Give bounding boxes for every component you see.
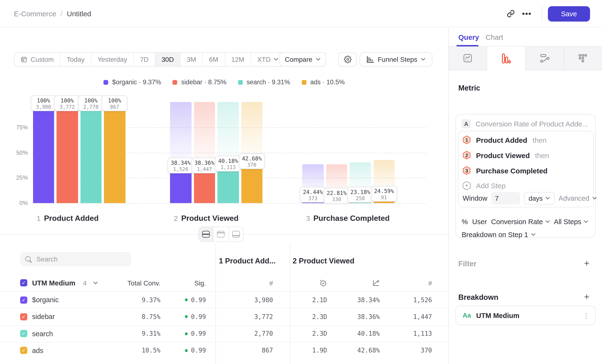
row-checkbox[interactable]: ✓ [20, 296, 27, 303]
date-range-yesterday[interactable]: Yesterday [91, 53, 134, 66]
date-range-7d[interactable]: 7D [134, 53, 155, 66]
row-checkbox[interactable]: ✓ [20, 347, 27, 354]
y-axis-tick: 75% [11, 124, 28, 131]
add-breakdown-button[interactable]: + [582, 292, 591, 302]
compare-button[interactable]: Compare [279, 52, 326, 67]
legend-item[interactable]: search · 9.31% [238, 79, 290, 86]
funnel-bar[interactable] [80, 102, 102, 203]
row-name-cell: ✓search [20, 330, 106, 337]
bar-value-label: 38.34%1,526 [168, 158, 194, 173]
sig-value: 0.99 [191, 347, 206, 354]
add-filter-button[interactable]: + [582, 259, 591, 268]
window-unit-select[interactable]: days [524, 192, 555, 204]
search-input[interactable] [36, 255, 118, 263]
total-conv-value: 9.31% [106, 330, 161, 337]
legend-item[interactable]: sidebar · 8.75% [173, 79, 226, 86]
view-toggle-chart-only[interactable] [214, 227, 229, 241]
add-step-button[interactable]: + Add Step [463, 180, 505, 191]
chart-type-selector[interactable]: Funnel Steps [360, 52, 432, 67]
tab-flows[interactable] [526, 46, 564, 70]
view-toggle-split[interactable] [199, 227, 214, 241]
measure-scope-dropdown[interactable]: All Steps [554, 218, 588, 225]
sig-status-dot [185, 315, 187, 318]
table-row[interactable]: ✓sidebar8.75%0.993,7722.3D38.36%1,447 [0, 308, 448, 325]
date-range-label: 6M [209, 55, 218, 63]
legend-item[interactable]: $organic · 9.37% [104, 79, 161, 86]
chevron-down-icon[interactable] [93, 281, 98, 284]
breakdown-item[interactable]: Aa UTM Medium ⋮ [455, 306, 596, 325]
bar-count: 3,772 [55, 104, 80, 110]
funnel-bar[interactable] [56, 102, 78, 203]
tab-chart[interactable]: Chart [486, 27, 503, 46]
tab-funnel-bars[interactable] [487, 46, 526, 70]
bar-count: 3,980 [31, 104, 56, 110]
chart-settings-button[interactable] [338, 52, 357, 67]
breakdown-table: 1 Product Add... 2 Product Viewed ✓ UTM … [0, 234, 448, 364]
bar-value-label: 24.44%373 [300, 187, 326, 203]
measure-prefix: % [462, 218, 468, 225]
funnel-bar[interactable] [104, 102, 125, 203]
step-number: 1 [463, 136, 471, 144]
chevron-down-icon [584, 220, 588, 223]
bar-value-label: 40.18%1,113 [215, 156, 241, 172]
date-range-30d[interactable]: 30D [155, 53, 181, 66]
funnel-step-label: 2Product Viewed [174, 214, 238, 223]
metric-title-row[interactable]: A Conversion Rate of Product Adde... [462, 119, 591, 128]
measure-metric-dropdown[interactable]: Conversion Rate [491, 218, 549, 225]
table-header-row: ✓ UTM Medium 4 Total Conv. Sig. # # [0, 274, 448, 291]
breakdown-heading: Breakdown [458, 293, 498, 302]
more-options-button[interactable]: ••• [519, 6, 535, 22]
window-value-input[interactable] [491, 192, 520, 204]
step-name: Product Viewed [181, 214, 238, 223]
legend-item[interactable]: ads · 10.5% [301, 79, 344, 86]
step-number: 3 [463, 166, 471, 175]
bar-count: 867 [102, 104, 127, 110]
view-toggle-table-only[interactable] [229, 227, 243, 241]
row-checkbox[interactable]: ✓ [20, 330, 27, 337]
funnel-bar[interactable] [33, 102, 54, 203]
connector-label: then [533, 136, 547, 144]
bar-value-label: 100%2,770 [78, 95, 104, 111]
chevron-down-icon [316, 58, 321, 61]
table-row[interactable]: ✓ads10.5%0.998671.9D42.68%370 [0, 342, 448, 359]
legend-swatch [301, 80, 306, 85]
breakdown-on-dropdown[interactable]: Breakdown on Step 1 [462, 231, 535, 238]
sig-status-dot [185, 298, 187, 301]
row-checkbox[interactable]: ✓ [20, 313, 27, 321]
tab-line-chart[interactable] [449, 46, 487, 70]
query-step-row[interactable]: 1Product Addedthen [463, 134, 547, 146]
group-count: 4 [83, 279, 87, 287]
date-range-12m[interactable]: 12M [225, 53, 251, 66]
advanced-toggle[interactable]: Advanced [559, 194, 596, 202]
bar-count: 2,770 [78, 104, 103, 110]
share-link-icon[interactable] [502, 6, 519, 22]
tab-query[interactable]: Query [458, 27, 479, 46]
measure-entity[interactable]: User [472, 218, 487, 225]
save-button[interactable]: Save [548, 6, 590, 21]
bar-count: 258 [348, 196, 373, 201]
bar-pct: 100% [55, 97, 80, 104]
calendar-icon [21, 56, 27, 63]
tab-dots-grid[interactable] [564, 46, 602, 70]
date-range-custom[interactable]: Custom [14, 53, 60, 66]
date-range-label: 12M [231, 55, 244, 63]
kebab-menu-icon[interactable]: ⋮ [583, 311, 590, 319]
breadcrumb-parent[interactable]: E-Commerce [14, 10, 56, 18]
breadcrumb: E-Commerce / Untitled [14, 0, 91, 27]
funnel-steps-icon [367, 56, 374, 63]
query-step-row[interactable]: 2Product Viewedthen [463, 150, 549, 161]
sig-value: 0.99 [191, 330, 206, 337]
date-range-today[interactable]: Today [60, 53, 91, 66]
query-step-row[interactable]: 3Purchase Completed [463, 165, 548, 176]
date-range-3m[interactable]: 3M [181, 53, 203, 66]
bar-value-label: 100%3,772 [54, 95, 80, 111]
group-column-label[interactable]: UTM Medium [32, 279, 75, 287]
table-row[interactable]: ✓search9.31%0.992,7702.3D40.18%1,113 [0, 325, 448, 342]
funnel-step-label: 3Purchase Completed [306, 214, 390, 223]
date-range-6m[interactable]: 6M [203, 53, 225, 66]
breadcrumb-current[interactable]: Untitled [67, 10, 91, 18]
select-all-checkbox[interactable]: ✓ [20, 279, 27, 286]
table-row[interactable]: ✓$organic9.37%0.993,9802.1D38.34%1,526 [0, 291, 448, 308]
step1-count: 3,980 [206, 296, 273, 303]
legend-label: search · 9.31% [247, 79, 290, 86]
